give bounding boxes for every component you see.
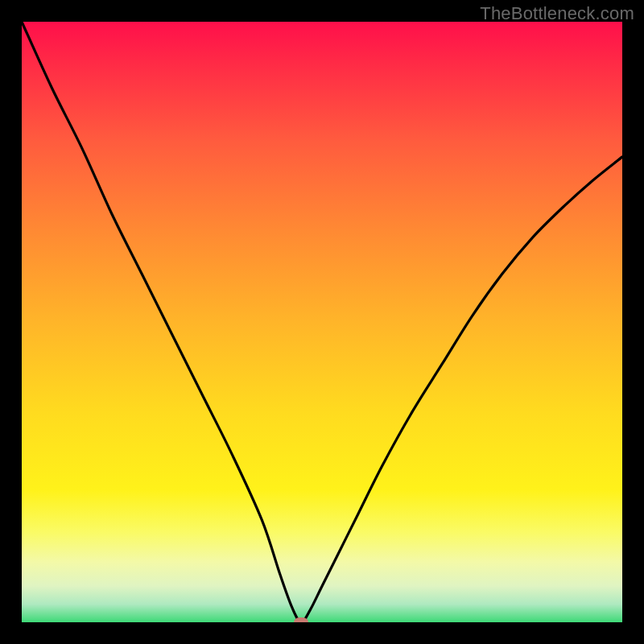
- optimal-point-marker: [294, 617, 308, 622]
- bottleneck-curve: [22, 22, 622, 622]
- chart-frame: TheBottleneck.com: [0, 0, 644, 644]
- watermark-text: TheBottleneck.com: [480, 3, 634, 24]
- plot-area: [22, 22, 622, 622]
